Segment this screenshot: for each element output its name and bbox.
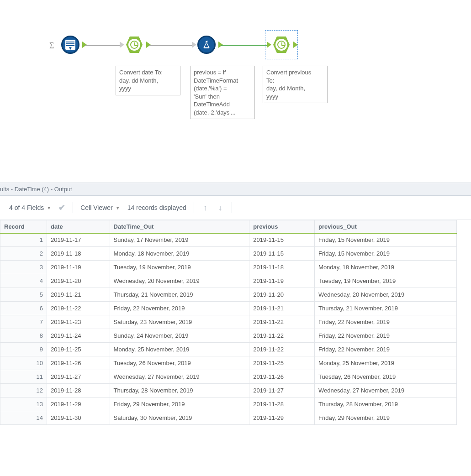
- cell-datetime-out[interactable]: Sunday, 17 November, 2019: [110, 233, 249, 247]
- cell-datetime-out[interactable]: Wednesday, 20 November, 2019: [110, 274, 249, 288]
- table-row[interactable]: 62019-11-22Friday, 22 November, 20192019…: [0, 302, 457, 315]
- anchor-in[interactable]: [120, 42, 124, 48]
- cell-date[interactable]: 2019-11-25: [47, 343, 110, 356]
- anchor-in[interactable]: [267, 42, 271, 48]
- cell-date[interactable]: 2019-11-19: [47, 261, 110, 274]
- arrow-up-button[interactable]: ↑: [201, 203, 209, 213]
- cell-record[interactable]: 1: [0, 233, 47, 247]
- cell-previous[interactable]: 2019-11-20: [249, 288, 315, 302]
- table-row[interactable]: 22019-11-18Monday, 18 November, 20192019…: [0, 247, 457, 261]
- cell-previous[interactable]: 2019-11-15: [249, 247, 315, 261]
- cell-previous[interactable]: 2019-11-26: [249, 370, 315, 384]
- cell-date[interactable]: 2019-11-28: [47, 384, 110, 398]
- cell-previous-out[interactable]: Wednesday, 20 November, 2019: [315, 288, 457, 302]
- check-icon[interactable]: ✔: [58, 203, 65, 213]
- table-row[interactable]: 92019-11-25Monday, 25 November, 20192019…: [0, 343, 457, 356]
- tool-text-input[interactable]: ▼: [61, 36, 81, 56]
- cell-previous-out[interactable]: Friday, 22 November, 2019: [315, 329, 457, 343]
- tool-formula[interactable]: [197, 36, 217, 56]
- cell-previous[interactable]: 2019-11-15: [249, 233, 315, 247]
- cell-datetime-out[interactable]: Friday, 22 November, 2019: [110, 302, 249, 315]
- col-datetime-out[interactable]: DateTime_Out: [110, 220, 249, 233]
- cell-date[interactable]: 2019-11-17: [47, 233, 110, 247]
- cell-date[interactable]: 2019-11-22: [47, 302, 110, 315]
- cell-record[interactable]: 12: [0, 384, 47, 398]
- cell-date[interactable]: 2019-11-27: [47, 370, 110, 384]
- cell-datetime-out[interactable]: Saturday, 30 November, 2019: [110, 411, 249, 425]
- col-record[interactable]: Record: [0, 220, 47, 233]
- cell-record[interactable]: 2: [0, 247, 47, 261]
- connector[interactable]: [149, 45, 193, 46]
- arrow-down-button[interactable]: ↓: [217, 203, 224, 213]
- table-row[interactable]: 42019-11-20Wednesday, 20 November, 20192…: [0, 274, 457, 288]
- cell-date[interactable]: 2019-11-20: [47, 274, 110, 288]
- cell-record[interactable]: 3: [0, 261, 47, 274]
- table-row[interactable]: 12019-11-17Sunday, 17 November, 20192019…: [0, 233, 457, 247]
- cell-date[interactable]: 2019-11-30: [47, 411, 110, 425]
- cell-date[interactable]: 2019-11-29: [47, 398, 110, 411]
- cell-viewer-dropdown[interactable]: Cell Viewer ▼: [80, 204, 120, 211]
- connector[interactable]: [85, 45, 121, 46]
- cell-record[interactable]: 4: [0, 274, 47, 288]
- anchor-in[interactable]: [192, 42, 196, 48]
- col-previous-out[interactable]: previous_Out: [315, 220, 457, 233]
- cell-date[interactable]: 2019-11-18: [47, 247, 110, 261]
- table-row[interactable]: 102019-11-26Tuesday, 26 November, 201920…: [0, 356, 457, 370]
- cell-record[interactable]: 7: [0, 315, 47, 329]
- workflow-canvas[interactable]: Σ ▼ Convert: [0, 0, 471, 183]
- cell-previous-out[interactable]: Monday, 18 November, 2019: [315, 261, 457, 274]
- cell-previous[interactable]: 2019-11-18: [249, 261, 315, 274]
- cell-datetime-out[interactable]: Tuesday, 26 November, 2019: [110, 356, 249, 370]
- cell-datetime-out[interactable]: Monday, 18 November, 2019: [110, 247, 249, 261]
- cell-previous-out[interactable]: Friday, 22 November, 2019: [315, 343, 457, 356]
- cell-previous-out[interactable]: Friday, 15 November, 2019: [315, 247, 457, 261]
- table-row[interactable]: 72019-11-23Saturday, 23 November, 201920…: [0, 315, 457, 329]
- cell-previous[interactable]: 2019-11-29: [249, 411, 315, 425]
- cell-previous[interactable]: 2019-11-25: [249, 356, 315, 370]
- table-row[interactable]: 132019-11-29Friday, 29 November, 2019201…: [0, 398, 457, 411]
- cell-previous-out[interactable]: Friday, 15 November, 2019: [315, 233, 457, 247]
- cell-date[interactable]: 2019-11-26: [47, 356, 110, 370]
- cell-record[interactable]: 9: [0, 343, 47, 356]
- cell-previous-out[interactable]: Tuesday, 19 November, 2019: [315, 274, 457, 288]
- cell-record[interactable]: 11: [0, 370, 47, 384]
- cell-previous-out[interactable]: Tuesday, 26 November, 2019: [315, 370, 457, 384]
- cell-previous[interactable]: 2019-11-22: [249, 329, 315, 343]
- cell-previous[interactable]: 2019-11-22: [249, 315, 315, 329]
- cell-datetime-out[interactable]: Thursday, 28 November, 2019: [110, 384, 249, 398]
- table-row[interactable]: 112019-11-27Wednesday, 27 November, 2019…: [0, 370, 457, 384]
- cell-previous-out[interactable]: Thursday, 21 November, 2019: [315, 302, 457, 315]
- results-table[interactable]: Record date DateTime_Out previous previo…: [0, 220, 457, 425]
- cell-previous-out[interactable]: Friday, 22 November, 2019: [315, 315, 457, 329]
- cell-record[interactable]: 13: [0, 398, 47, 411]
- cell-datetime-out[interactable]: Friday, 29 November, 2019: [110, 398, 249, 411]
- cell-record[interactable]: 14: [0, 411, 47, 425]
- cell-record[interactable]: 8: [0, 329, 47, 343]
- tool-datetime-1[interactable]: [125, 36, 145, 56]
- cell-datetime-out[interactable]: Saturday, 23 November, 2019: [110, 315, 249, 329]
- cell-previous-out[interactable]: Thursday, 28 November, 2019: [315, 398, 457, 411]
- cell-datetime-out[interactable]: Tuesday, 19 November, 2019: [110, 261, 249, 274]
- cell-date[interactable]: 2019-11-24: [47, 329, 110, 343]
- table-row[interactable]: 122019-11-28Thursday, 28 November, 20192…: [0, 384, 457, 398]
- cell-datetime-out[interactable]: Wednesday, 27 November, 2019: [110, 370, 249, 384]
- table-row[interactable]: 82019-11-24Sunday, 24 November, 20192019…: [0, 329, 457, 343]
- cell-datetime-out[interactable]: Thursday, 21 November, 2019: [110, 288, 249, 302]
- cell-date[interactable]: 2019-11-21: [47, 288, 110, 302]
- col-previous[interactable]: previous: [249, 220, 315, 233]
- cell-datetime-out[interactable]: Sunday, 24 November, 2019: [110, 329, 249, 343]
- cell-previous[interactable]: 2019-11-27: [249, 384, 315, 398]
- tool-datetime-2[interactable]: [272, 36, 292, 56]
- cell-previous[interactable]: 2019-11-21: [249, 302, 315, 315]
- cell-record[interactable]: 5: [0, 288, 47, 302]
- cell-previous[interactable]: 2019-11-22: [249, 343, 315, 356]
- annotation-datetime-2[interactable]: Convert previous To: day, dd Month, yyyy: [263, 66, 328, 103]
- cell-record[interactable]: 10: [0, 356, 47, 370]
- cell-previous[interactable]: 2019-11-19: [249, 274, 315, 288]
- cell-record[interactable]: 6: [0, 302, 47, 315]
- fields-dropdown[interactable]: 4 of 4 Fields ▼: [9, 204, 51, 211]
- cell-datetime-out[interactable]: Monday, 25 November, 2019: [110, 343, 249, 356]
- cell-previous-out[interactable]: Friday, 29 November, 2019: [315, 411, 457, 425]
- cell-date[interactable]: 2019-11-23: [47, 315, 110, 329]
- table-row[interactable]: 32019-11-19Tuesday, 19 November, 2019201…: [0, 261, 457, 274]
